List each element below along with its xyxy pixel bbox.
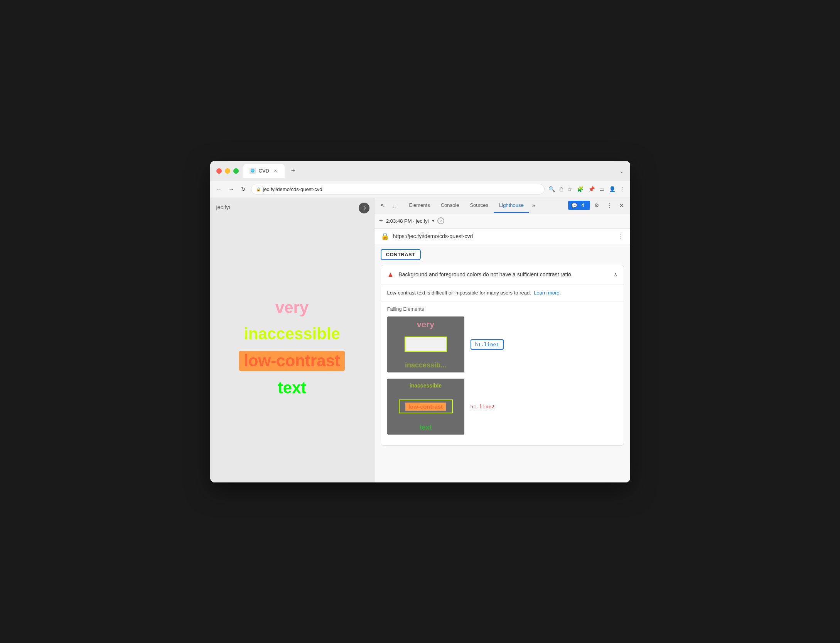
thumb2-inaccessible-text: inaccessible xyxy=(410,382,442,389)
moon-icon: ☽ xyxy=(361,205,366,211)
text-text: text xyxy=(278,379,307,397)
warning-url-icon: 🔒 xyxy=(381,232,389,240)
failing-elements-label: Failing Elements xyxy=(387,306,617,312)
address-input[interactable]: 🔒 jec.fyi/demo/cds-quest-cvd xyxy=(251,184,545,195)
tab-favicon: 🌐 xyxy=(250,168,256,174)
lighthouse-add-button[interactable]: + xyxy=(379,217,383,225)
devtools-close-button[interactable]: ✕ xyxy=(616,200,627,211)
pin-icon[interactable]: 📌 xyxy=(588,186,595,192)
audit-header: ▲ Background and foreground colors do no… xyxy=(381,265,624,284)
tab-console[interactable]: Console xyxy=(435,198,465,213)
thumb2-highlight: low-contrast xyxy=(399,399,453,413)
lock-icon: 🔒 xyxy=(256,187,261,191)
thumb1-very-text: very xyxy=(417,320,434,330)
audit-warning-icon: ▲ xyxy=(387,271,394,279)
traffic-lights xyxy=(216,168,239,174)
site-name: jec.fyi xyxy=(216,204,230,210)
very-text: very xyxy=(275,298,309,317)
extension-icon[interactable]: 🧩 xyxy=(577,186,584,192)
audit-url: https://jec.fyi/demo/cds-quest-cvd xyxy=(393,233,614,239)
url-display: jec.fyi/demo/cds-quest-cvd xyxy=(263,186,322,192)
failing-item-2: inaccessible low-contrast text h1.line2 xyxy=(387,379,617,435)
inaccessible-text: inaccessible xyxy=(244,325,340,343)
maximize-traffic-light[interactable] xyxy=(233,168,239,174)
chat-button[interactable]: 💬 4 xyxy=(568,201,590,210)
more-tabs-button[interactable]: » xyxy=(529,202,538,208)
audit-collapse-button[interactable]: ∧ xyxy=(614,271,617,278)
devtools-panel: ↖ ⬚ Elements Console Sources Lighthouse xyxy=(374,198,630,482)
chat-badge: 4 xyxy=(579,202,587,209)
devtools-tabs: Elements Console Sources Lighthouse » xyxy=(404,198,567,213)
thumbnail-2: inaccessible low-contrast text xyxy=(387,379,464,435)
devtools-actions: 💬 4 ⚙ ⋮ ✕ xyxy=(568,200,627,211)
refresh-button[interactable]: ↻ xyxy=(240,184,247,194)
element-picker-icon[interactable]: ↖ xyxy=(378,200,388,211)
profile-icon[interactable]: 👤 xyxy=(609,186,616,192)
audit-title: Background and foreground colors do not … xyxy=(398,271,609,278)
element-selector-1[interactable]: h1.line1 xyxy=(471,339,504,350)
settings-icon[interactable]: ⚙ xyxy=(592,200,602,211)
device-toolbar-icon[interactable]: ⬚ xyxy=(390,200,401,211)
failing-item: very inaccessib... h1.line1 xyxy=(387,316,617,372)
lighthouse-dropdown-icon[interactable]: ▾ xyxy=(432,218,434,223)
devtools-menu-icon[interactable]: ⋮ xyxy=(604,200,615,211)
dark-mode-toggle[interactable]: ☽ xyxy=(359,203,369,213)
bookmark-icon[interactable]: ☆ xyxy=(567,186,572,192)
close-traffic-light[interactable] xyxy=(216,168,222,174)
tab-lighthouse[interactable]: Lighthouse xyxy=(494,198,529,213)
lighthouse-block-button[interactable]: ⊘ xyxy=(437,217,444,224)
lighthouse-header: + 2:03:48 PM · jec.fyi ▾ ⊘ xyxy=(374,213,630,229)
failing-elements-section: Failing Elements very inaccessib... xyxy=(381,301,624,445)
thumb1-bottom-text: inaccessib... xyxy=(405,361,446,369)
menu-icon[interactable]: ⋮ xyxy=(620,186,626,192)
tab-close-button[interactable]: ✕ xyxy=(272,168,278,174)
address-bar: ← → ↻ 🔒 jec.fyi/demo/cds-quest-cvd 🔍 ⎙ ☆… xyxy=(210,181,630,198)
lighthouse-timestamp: 2:03:48 PM · jec.fyi xyxy=(386,218,429,224)
learn-more-link[interactable]: Learn more xyxy=(534,290,559,296)
browser-window: 🌐 CVD ✕ + ⌄ ← → ↻ 🔒 jec.fyi/demo/cds-que… xyxy=(210,161,630,482)
demo-text-area: very inaccessible low-contrast text xyxy=(239,221,345,475)
tab-elements[interactable]: Elements xyxy=(404,198,435,213)
thumb1-highlight xyxy=(405,337,447,352)
thumb2-text-bottom: text xyxy=(419,423,432,431)
sidebar-icon[interactable]: ▭ xyxy=(599,186,604,192)
tab-sources[interactable]: Sources xyxy=(464,198,494,213)
element-selector-2[interactable]: h1.line2 xyxy=(471,404,495,409)
page-preview: jec.fyi ☽ very inaccessible low-contrast… xyxy=(210,198,374,482)
share-icon[interactable]: ⎙ xyxy=(560,186,563,192)
low-contrast-text: low-contrast xyxy=(239,351,345,371)
back-button[interactable]: ← xyxy=(215,184,223,194)
browser-content: jec.fyi ☽ very inaccessible low-contrast… xyxy=(210,198,630,482)
devtools-toolbar: ↖ ⬚ Elements Console Sources Lighthouse xyxy=(374,198,630,213)
audit-content: ▲ Background and foreground colors do no… xyxy=(374,265,630,482)
forward-button[interactable]: → xyxy=(227,184,236,194)
audit-card: ▲ Background and foreground colors do no… xyxy=(381,265,624,446)
title-bar: 🌐 CVD ✕ + ⌄ xyxy=(210,161,630,181)
thumb2-low-contrast: low-contrast xyxy=(405,403,446,411)
search-icon[interactable]: 🔍 xyxy=(548,186,555,192)
chat-icon: 💬 xyxy=(571,203,577,208)
audit-description: Low-contrast text is difficult or imposs… xyxy=(381,284,624,301)
tab-list-chevron[interactable]: ⌄ xyxy=(619,168,624,174)
tab-title: CVD xyxy=(259,168,269,174)
tab-bar: 🌐 CVD ✕ + ⌄ xyxy=(243,164,624,178)
contrast-badge-area: CONTRAST xyxy=(374,244,630,265)
active-tab[interactable]: 🌐 CVD ✕ xyxy=(243,164,285,178)
browser-actions: 🔍 ⎙ ☆ 🧩 📌 ▭ 👤 ⋮ xyxy=(548,186,626,192)
contrast-badge[interactable]: CONTRAST xyxy=(381,249,421,260)
url-row: 🔒 https://jec.fyi/demo/cds-quest-cvd ⋮ xyxy=(374,229,630,244)
new-tab-button[interactable]: + xyxy=(288,166,299,176)
url-more-button[interactable]: ⋮ xyxy=(618,233,624,240)
thumbnail-1: very inaccessib... xyxy=(387,316,464,372)
minimize-traffic-light[interactable] xyxy=(225,168,230,174)
